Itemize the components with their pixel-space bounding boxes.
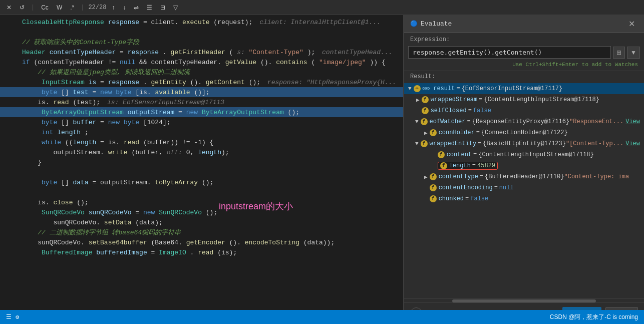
code-line (0, 187, 403, 197)
code-line: // 获取响应头中的Content-Type字段 (0, 37, 403, 47)
tree-icon-chunked: f (430, 195, 437, 202)
result-tree[interactable]: ▼ ∞ ∞∞ result = {EofSensorInputStream@17… (404, 81, 644, 298)
tree-node-wrappedentity[interactable]: ▼ f wrappedEntity = {BasicHttpEntity@171… (404, 138, 644, 149)
tree-node-eofwatcher[interactable]: ▼ f eofWatcher = {ResponseEntityProxy@17… (404, 116, 644, 127)
tree-scrollbar-container (404, 298, 644, 302)
tree-val-eofwatcher: {ResponseEntityProxy@17116} (472, 118, 569, 125)
line-content (20, 169, 403, 176)
tree-node-contenttype[interactable]: ▶ f contentType = {BufferedHeader@17110}… (404, 171, 644, 182)
code-line: sunQRCodeVo. setData (data); (0, 217, 403, 227)
bottom-menu-icon[interactable]: ☰ (6, 313, 12, 321)
tree-val-content: {ContentLengthInputStream@17118} (478, 151, 593, 158)
evaluate-panel: 🔵 Evaluate ✕ Expression: ⊞ ▼ Use Ctrl+Sh… (404, 15, 644, 324)
tree-icon-contenttype: f (430, 173, 437, 180)
nav-up-button[interactable]: ↑ (109, 3, 117, 12)
tree-icon-result: ∞ (414, 85, 421, 92)
evaluate-title: 🔵 Evaluate (410, 20, 452, 28)
line-content: int length ; (20, 129, 403, 136)
code-editor[interactable]: CloseableHttpResponse response = client.… (0, 15, 404, 324)
line-content: byte [] test = new byte [is. available (… (20, 89, 403, 96)
code-lines: CloseableHttpResponse response = client.… (0, 15, 403, 259)
code-line: // 二进制数据转字节组 转base64编码的字符串 (0, 227, 403, 237)
nav-count: 22/28 (88, 4, 106, 11)
tree-node-length[interactable]: ▶ f length = 45829 (404, 160, 644, 171)
tree-node-connholder[interactable]: ▶ f connHolder = {ConnectionHolder@17122… (404, 127, 644, 138)
bottom-bar-left: ☰ ⚙ (6, 313, 19, 321)
refresh-button[interactable]: ↺ (17, 3, 27, 12)
tree-key-wrappedentity: wrappedEntity (430, 140, 477, 147)
tree-key-wrappedstream: wrappedStream (431, 96, 478, 103)
tree-node-result[interactable]: ▼ ∞ ∞∞ result = {EofSensorInputStream@17… (404, 83, 644, 94)
nav-multi-button[interactable]: ☰ (144, 3, 155, 12)
tree-key-length: length (449, 162, 471, 169)
tree-key-chunked: chunked (439, 195, 464, 202)
match-word-button[interactable]: W (54, 3, 65, 12)
evaluate-header: 🔵 Evaluate ✕ (404, 15, 644, 33)
tree-icon-connholder: f (430, 129, 437, 136)
toolbar: ✕ ↺ | Cc W .* | 22/28 ↑ ↓ ⇌ ☰ ⊟ ▽ (0, 0, 644, 15)
close-search-button[interactable]: ✕ (4, 3, 14, 12)
regex-button[interactable]: .* (68, 3, 77, 12)
line-content: // 如果返回值是jpeg类型, 则读取返回的二进制流 (20, 68, 403, 77)
tree-icon-content: f (438, 151, 445, 158)
bottom-bar: ☰ ⚙ CSDN @阿，惹来了-C is coming (0, 310, 644, 324)
nav-wrap-button[interactable]: ⇌ (131, 3, 141, 12)
tree-arrow-result[interactable]: ▼ (408, 86, 412, 92)
tree-node-wrappedstream[interactable]: ▶ f wrappedStream = {ContentLengthInputS… (404, 94, 644, 105)
tree-node-chunked[interactable]: ▶ f chunked = false (404, 193, 644, 204)
expression-input[interactable] (408, 46, 611, 59)
line-content: is. read (test); is: EofSensorInputStrea… (20, 99, 403, 106)
code-line (0, 167, 403, 177)
tree-node-content[interactable]: ▶ f content = {ContentLengthInputStream@… (404, 149, 644, 160)
sep1: | (31, 4, 35, 11)
tree-node-selfclosed[interactable]: ▶ f selfClosed = false (404, 105, 644, 116)
tree-arrow-wrappedentity[interactable]: ▼ (415, 141, 419, 147)
sep2: | (81, 4, 84, 11)
line-content: byte [] data = outputStream. toByteArray… (20, 179, 403, 186)
line-content: ByteArrayOutputStream outputStream = new… (20, 109, 403, 116)
code-line: if (contentTypeHeader != null && content… (0, 57, 403, 67)
tree-val-length: 45829 (477, 162, 495, 169)
tree-val-contenttype-str: "Content-Type: ima (564, 173, 629, 180)
expression-expand-button[interactable]: ⊞ (613, 47, 625, 59)
nav-extra-button[interactable]: ⊟ (158, 3, 168, 12)
tree-node-contentencoding[interactable]: ▶ f contentEncoding = null (404, 182, 644, 193)
line-content (20, 189, 403, 196)
code-line-highlighted: byte [] test = new byte [is. available (… (0, 87, 403, 97)
tree-val-eofwatcher-str: "ResponseEnt... (569, 118, 623, 125)
tree-view-eofwatcher[interactable]: View (625, 118, 640, 125)
code-line: // 如果返回值是jpeg类型, 则读取返回的二进制流 (0, 67, 403, 77)
evaluate-title-text: Evaluate (421, 20, 452, 28)
code-line: CloseableHttpResponse response = client.… (0, 17, 403, 27)
tree-icon-wrappedentity: f (421, 140, 428, 147)
code-line: Header contentTypeHeader = response . ge… (0, 47, 403, 57)
tree-icon-eofwatcher: f (421, 118, 428, 125)
tree-val-contentencoding: null (499, 184, 514, 191)
tree-view-wrappedentity[interactable]: View (625, 140, 640, 147)
nav-down-button[interactable]: ↓ (120, 3, 128, 12)
line-content: is. close (); (20, 199, 403, 206)
tree-val-contenttype: {BufferedHeader@17110} (485, 173, 564, 180)
line-content: // 获取响应头中的Content-Type字段 (20, 38, 403, 47)
code-line: InputStream is = response . getEntity ()… (0, 77, 403, 87)
bottom-settings-icon[interactable]: ⚙ (16, 313, 19, 321)
tree-arrow-connholder[interactable]: ▶ (424, 130, 428, 136)
code-line: int length ; (0, 127, 403, 137)
expression-row: ⊞ ▼ (404, 44, 644, 61)
evaluate-close-button[interactable]: ✕ (625, 18, 638, 30)
evaluate-hint: Use Ctrl+Shift+Enter to add to Watches (404, 61, 644, 71)
match-case-button[interactable]: Cc (39, 3, 51, 12)
line-content (20, 29, 403, 36)
line-content: sunQRCodeVo. setBase64buffer (Base64. ge… (20, 239, 403, 246)
tree-scrollbar-thumb[interactable] (452, 299, 596, 302)
code-line: is. read (test); is: EofSensorInputStrea… (0, 97, 403, 107)
expression-dropdown-button[interactable]: ▼ (627, 47, 640, 59)
code-line: outputStream. write (buffer, off: 0, len… (0, 147, 403, 157)
tree-arrow-contenttype[interactable]: ▶ (424, 174, 428, 180)
tree-icon-selfclosed: f (422, 107, 429, 114)
tree-val-wrappedentity-str: "[Content-Typ... (566, 140, 623, 147)
tree-arrow-eofwatcher[interactable]: ▼ (415, 119, 419, 125)
filter-button[interactable]: ▽ (171, 3, 180, 12)
tree-arrow-wrappedstream[interactable]: ▶ (416, 97, 420, 103)
main-container: CloseableHttpResponse response = client.… (0, 15, 644, 324)
